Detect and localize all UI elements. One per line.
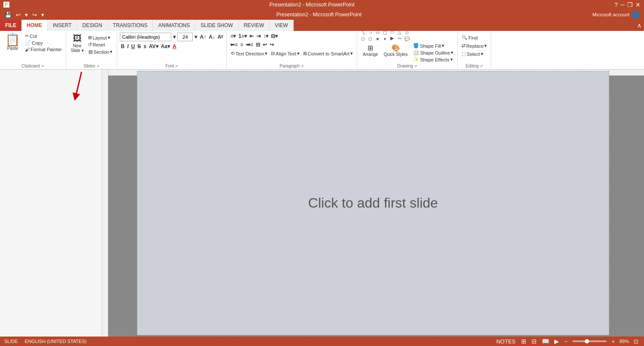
tab-slideshow[interactable]: SLIDE SHOW — [195, 20, 238, 31]
shape-diamond[interactable]: ◇ — [404, 29, 410, 35]
font-name-input[interactable] — [120, 33, 171, 41]
layout-button[interactable]: ⊞ Layout ▾ — [87, 34, 115, 41]
shape-hexagon[interactable]: ⬡ — [367, 36, 374, 42]
slide-panel[interactable] — [0, 70, 102, 337]
copy-button[interactable]: 📄 Copy — [24, 40, 63, 46]
tab-transitions[interactable]: TRANSITIONS — [108, 20, 153, 31]
font-size-dropdown[interactable]: ▾ — [194, 34, 198, 40]
slide-canvas-area[interactable]: Click to add first slide — [102, 70, 644, 337]
tab-review[interactable]: REVIEW — [239, 20, 270, 31]
slide-canvas[interactable]: Click to add first slide — [137, 71, 609, 335]
paragraph-expand-icon[interactable]: ↗ — [301, 64, 304, 68]
shape-arrow-right[interactable]: → — [367, 29, 374, 35]
shape-outline-button[interactable]: ⬜ Shape Outline ▾ — [412, 49, 455, 56]
zoom-slider[interactable] — [572, 340, 607, 342]
reading-view-button[interactable]: 📖 — [541, 337, 550, 345]
slide-placeholder-text[interactable]: Click to add first slide — [308, 195, 438, 211]
justify-button[interactable]: ⊟ — [255, 41, 261, 48]
slide-sorter-button[interactable]: ⊟ — [531, 337, 538, 345]
save-button[interactable]: 💾 — [3, 11, 13, 19]
increase-indent-button[interactable]: ⇥ — [255, 33, 261, 40]
help-button[interactable]: ? — [614, 1, 618, 8]
bold-button[interactable]: B — [120, 43, 125, 50]
format-painter-button[interactable]: 🖌 Format Painter — [24, 46, 63, 52]
shape-effects-button[interactable]: ✨ Shape Effects ▾ — [412, 56, 455, 63]
rtl-button[interactable]: ↩ — [262, 41, 268, 48]
undo-dropdown[interactable]: ▾ — [24, 11, 29, 19]
shape-oval[interactable]: ⬭ — [389, 29, 396, 35]
align-center-button[interactable]: ≡ — [239, 41, 244, 48]
new-slide-button[interactable]: 🖼 New Slide ▾ — [69, 33, 86, 54]
char-spacing-button[interactable]: AV▾ — [148, 43, 159, 50]
shape-rect[interactable]: ▭ — [374, 29, 381, 35]
select-button[interactable]: ⬚ Select ▾ — [460, 51, 485, 57]
numbering-button[interactable]: 1≡▾ — [237, 33, 248, 40]
shape-line[interactable]: ╲ — [360, 29, 367, 35]
convert-smartart-button[interactable]: ⊞ Convert to SmartArt ▾ — [302, 50, 354, 57]
columns-button[interactable]: ⊟▾ — [270, 33, 279, 40]
redo-button[interactable]: ↪ — [31, 11, 38, 19]
replace-button[interactable]: ⇄ Replace ▾ — [460, 43, 488, 49]
clear-format-button[interactable]: Aᵡ — [217, 34, 224, 40]
shape-curved[interactable]: 〜 — [396, 36, 403, 42]
notes-button[interactable]: NOTES — [495, 338, 517, 345]
font-size-input[interactable] — [177, 33, 193, 41]
close-button[interactable]: ✕ — [635, 1, 641, 8]
align-text-button[interactable]: ⊟ Align Text ▾ — [270, 50, 301, 57]
drawing-expand-icon[interactable]: ↗ — [414, 64, 417, 68]
shape-rounded-rect[interactable]: ▢ — [382, 29, 389, 35]
restore-button[interactable]: ❐ — [627, 1, 633, 8]
align-right-button[interactable]: ➡≡ — [245, 41, 254, 48]
tab-file[interactable]: FILE — [0, 20, 21, 31]
font-name-dropdown[interactable]: ▾ — [172, 34, 176, 40]
zoom-out-button[interactable]: − — [563, 338, 569, 345]
minimize-button[interactable]: ─ — [620, 1, 625, 8]
slideshow-button[interactable]: ▶ — [553, 337, 560, 345]
undo-button[interactable]: ↩ — [15, 11, 22, 19]
ltr-button[interactable]: ↪ — [269, 41, 275, 48]
arrange-button[interactable]: ⊞ Arrange — [360, 43, 381, 63]
slide-info: SLIDE — [4, 339, 18, 344]
align-left-button[interactable]: ⬅≡ — [229, 41, 238, 48]
fit-slide-button[interactable]: ⊡ — [632, 338, 640, 345]
decrease-font-button[interactable]: A↓ — [208, 34, 216, 40]
font-expand-icon[interactable]: ↗ — [175, 64, 178, 68]
section-button[interactable]: ▤ Section ▾ — [87, 48, 115, 55]
shape-pentagon[interactable]: ⬠ — [360, 36, 367, 42]
quick-styles-button[interactable]: 🎨 Quick Styles — [382, 43, 410, 63]
underline-button[interactable]: U — [130, 43, 136, 50]
decrease-indent-button[interactable]: ⇤ — [249, 33, 255, 40]
shape-callout[interactable]: 💬 — [404, 36, 410, 42]
tab-animations[interactable]: ANIMATIONS — [153, 20, 195, 31]
cut-button[interactable]: ✂ Cut — [24, 33, 63, 39]
shadow-button[interactable]: s — [143, 43, 147, 50]
shape-triangle[interactable]: △ — [396, 29, 403, 35]
account-label: Microsoft account — [592, 12, 629, 17]
tab-view[interactable]: VIEW — [270, 20, 294, 31]
shape-star[interactable]: ★ — [374, 36, 381, 42]
editing-expand-icon[interactable]: ↗ — [480, 64, 483, 68]
bullets-button[interactable]: ≡▾ — [229, 33, 237, 40]
clipboard-expand-icon[interactable]: ↗ — [41, 64, 44, 68]
find-button[interactable]: 🔍 Find — [460, 34, 479, 41]
text-direction-button[interactable]: ⟲ Text Direction ▾ — [229, 50, 269, 57]
normal-view-button[interactable]: ⊞ — [520, 337, 527, 345]
increase-font-button[interactable]: A↑ — [199, 34, 207, 40]
strikethrough-button[interactable]: S — [137, 43, 142, 50]
line-spacing-button[interactable]: ↕▾ — [262, 33, 269, 40]
tab-insert[interactable]: INSERT — [48, 20, 77, 31]
tab-design[interactable]: DESIGN — [77, 20, 108, 31]
reset-button[interactable]: ↺ Reset — [87, 41, 115, 48]
shape-fill-button[interactable]: 🪣 Shape Fill ▾ — [412, 43, 455, 49]
change-case-button[interactable]: Aa▾ — [160, 43, 171, 50]
slides-expand-icon[interactable]: ↗ — [96, 64, 100, 68]
italic-button[interactable]: I — [126, 43, 129, 50]
customize-quickaccess[interactable]: ▾ — [40, 11, 46, 19]
paste-button[interactable]: 📋 Paste — [3, 33, 23, 52]
font-color-button[interactable]: A — [172, 43, 177, 50]
zoom-in-button[interactable]: + — [610, 338, 616, 345]
shape-more[interactable]: ▾ — [382, 36, 389, 42]
collapse-ribbon-button[interactable]: ∧ — [635, 22, 644, 29]
tab-home[interactable]: HOME — [21, 20, 48, 31]
shape-chevron[interactable]: ⯈ — [389, 36, 396, 42]
